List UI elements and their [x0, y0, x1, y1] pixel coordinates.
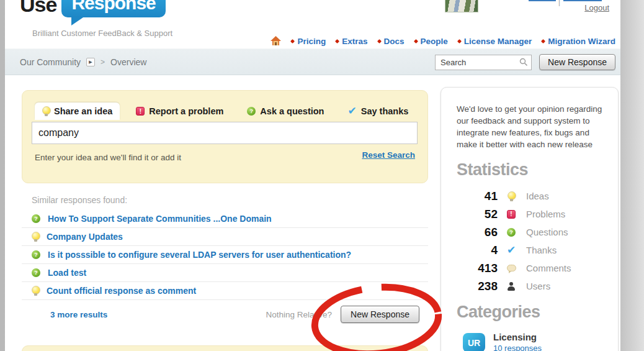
nav-item-people[interactable]: People	[414, 37, 448, 46]
brand-logo: Use Response	[20, 0, 166, 17]
result-row[interactable]: ? Is it posssible to configure several L…	[22, 246, 428, 264]
question-icon: ?	[507, 228, 516, 237]
logo-speech-bubble: Response	[61, 0, 165, 17]
app-window: Use Response Brilliant Customer FeedBack…	[0, 0, 644, 351]
page: Use Response Brilliant Customer FeedBack…	[5, 0, 620, 351]
reset-search-link[interactable]: Reset Search	[362, 150, 415, 160]
header: Use Response Brilliant Customer FeedBack…	[5, 0, 620, 48]
stat-value: 41	[457, 189, 498, 203]
stat-row-ideas: 41 Ideas	[457, 187, 606, 205]
result-row[interactable]: ? Load test	[22, 264, 428, 282]
stat-label: Problems	[526, 209, 565, 219]
nav-item-pricing[interactable]: Pricing	[291, 37, 326, 46]
categories-heading: Categories	[457, 303, 606, 322]
stat-row-questions: 66 ? Questions	[457, 223, 606, 241]
breadcrumb-bar: Our Community ▶ > Overview New Response	[5, 48, 620, 75]
user-avatar[interactable]	[445, 0, 478, 12]
stat-row-users: 238 Users	[457, 277, 606, 295]
bullet-diamond-icon	[414, 39, 418, 43]
similar-results: Similar responses found: ? How To Suppor…	[22, 195, 428, 323]
window-gutter	[620, 0, 644, 351]
stat-value: 52	[457, 207, 498, 221]
new-response-button-top[interactable]: New Response	[539, 54, 615, 70]
statistics-list: 41 Ideas 52 ! Problems 66 ? Questions	[457, 187, 606, 295]
stat-value: 66	[457, 226, 498, 239]
clipped-account-links: |	[520, 0, 607, 2]
category-item-licensing: UR Licensing 10 responses	[457, 332, 606, 351]
statistics-heading: Statistics	[457, 160, 606, 180]
question-icon: ?	[32, 268, 40, 277]
sidebar-intro-text: We'd love to get your opinion regarding …	[457, 103, 602, 150]
result-row[interactable]: ? How To Support Separate Communities ..…	[22, 210, 428, 228]
toolbar: New Response	[435, 54, 615, 70]
logo-text-use: Use	[20, 0, 56, 17]
tab-ask-a-question[interactable]: ? Ask a question	[239, 103, 331, 120]
idea-icon	[42, 106, 50, 116]
ur-logo-icon: UR	[463, 333, 485, 351]
stat-label: Ideas	[526, 191, 549, 201]
stat-row-thanks: 4 ✔ Thanks	[457, 241, 606, 259]
brand-tagline: Brilliant Customer FeedBack & Support	[32, 29, 172, 38]
breadcrumb-separator: >	[101, 58, 105, 66]
results-heading: Similar responses found:	[22, 195, 428, 205]
idea-helper-text: Enter your idea and we'll find it or add…	[35, 153, 181, 162]
community-dropdown-icon[interactable]: ▶	[86, 58, 95, 66]
category-responses-link[interactable]: 10 responses	[493, 344, 542, 351]
stat-row-problems: 52 ! Problems	[457, 205, 606, 223]
categories-section: Categories UR Licensing 10 responses	[457, 303, 606, 351]
breadcrumb-current-page: Overview	[110, 57, 146, 67]
home-icon[interactable]	[271, 36, 281, 46]
main-content: Share an idea ! Report a problem ? Ask a…	[5, 75, 620, 351]
stat-value: 413	[457, 262, 498, 275]
users-icon	[508, 282, 515, 291]
nav-item-migration-wizard[interactable]: Migration Wizard	[542, 37, 615, 46]
problem-icon: !	[136, 107, 145, 116]
bullet-diamond-icon	[335, 39, 339, 43]
result-link[interactable]: Company Updates	[47, 232, 123, 242]
bullet-diamond-icon	[457, 39, 462, 43]
stat-label: Questions	[526, 227, 568, 237]
question-icon: ?	[32, 214, 40, 223]
search-input[interactable]	[435, 55, 532, 70]
idea-icon	[32, 286, 39, 296]
search-icon[interactable]	[519, 58, 528, 69]
question-icon: ?	[32, 250, 40, 259]
tab-share-an-idea[interactable]: Share an idea	[35, 103, 120, 120]
clipped-link-underline	[563, 0, 602, 1]
idea-input[interactable]	[32, 122, 418, 144]
question-icon: ?	[247, 107, 256, 116]
result-link[interactable]: Load test	[48, 268, 86, 278]
new-response-button-bottom[interactable]: New Response	[341, 306, 419, 323]
stat-label: Thanks	[526, 245, 557, 255]
logout-link[interactable]: Logout	[584, 3, 609, 12]
stat-value: 4	[457, 244, 498, 257]
result-link[interactable]: Is it posssible to configure several LDA…	[48, 250, 351, 260]
response-type-tabs: Share an idea ! Report a problem ? Ask a…	[35, 103, 416, 120]
sidebar-card: We'd love to get your opinion regarding …	[441, 87, 619, 351]
idea-icon	[508, 191, 515, 201]
thanks-icon: ✔	[507, 246, 516, 255]
result-row[interactable]: Company Updates	[22, 228, 428, 246]
nothing-relative-label: Nothing Relative?	[266, 310, 332, 319]
stat-row-comments: 413 Comments	[457, 259, 606, 277]
idea-panel: Share an idea ! Report a problem ? Ask a…	[22, 90, 428, 183]
idea-icon	[32, 232, 39, 242]
result-row[interactable]: Count official response as comment	[22, 282, 428, 300]
stat-value: 238	[457, 280, 498, 293]
category-name: Licensing	[493, 332, 542, 342]
results-footer: 3 more results Nothing Relative? New Res…	[22, 306, 428, 323]
tab-say-thanks[interactable]: ✔ Say thanks	[340, 103, 416, 120]
top-nav: Pricing Extras Docs People License Manag…	[271, 36, 615, 46]
footer-right: Nothing Relative? New Response	[266, 306, 428, 323]
stat-label: Users	[526, 281, 550, 291]
tab-report-a-problem[interactable]: ! Report a problem	[128, 103, 231, 120]
nav-item-docs[interactable]: Docs	[378, 37, 405, 46]
result-link[interactable]: How To Support Separate Communities ...O…	[48, 214, 272, 224]
more-results-link[interactable]: 3 more results	[50, 310, 107, 319]
nav-item-license-manager[interactable]: License Manager	[458, 37, 532, 46]
breadcrumb-community[interactable]: Our Community	[20, 57, 81, 67]
breadcrumb: Our Community ▶ > Overview	[20, 57, 146, 67]
nav-item-extras[interactable]: Extras	[336, 37, 367, 46]
bullet-diamond-icon	[377, 39, 381, 43]
result-link[interactable]: Count official response as comment	[47, 286, 196, 296]
